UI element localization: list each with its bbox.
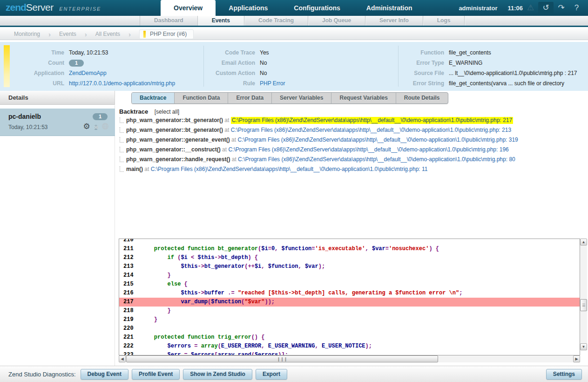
- subnav-events[interactable]: Events: [198, 16, 244, 26]
- sub-navigation-bar: DashboardEventsCode TracingJob QueueServ…: [0, 16, 588, 27]
- summary-value: No: [260, 70, 267, 76]
- logout-icon[interactable]: ↷: [554, 2, 569, 14]
- user-menu[interactable]: administrator: [459, 5, 497, 12]
- breadcrumb-monitoring[interactable]: Monitoring: [14, 31, 40, 37]
- backtrace-source-link[interactable]: C:\Program Files (x86)\Zend\ZendServer\d…: [237, 136, 518, 143]
- vertical-scrollbar[interactable]: ▲ ☰ ▼: [580, 239, 587, 350]
- breadcrumb-chevron-icon: ›: [48, 30, 51, 38]
- line-number: 210: [119, 239, 141, 245]
- event-list-item-selected[interactable]: pc-danielb 1 Today, 10:21:53 ⚙ ✉: [0, 109, 115, 136]
- select-all-link[interactable]: [select all]: [155, 109, 179, 115]
- scroll-right-arrow[interactable]: ▶: [573, 355, 580, 362]
- breadcrumb: Monitoring›Events›All Events›PHP Error (…: [0, 28, 588, 40]
- subnav-code-tracing[interactable]: Code Tracing: [244, 16, 308, 26]
- summary-row-count: Count1: [13, 58, 197, 68]
- code-line-215: 215 else {: [119, 280, 580, 289]
- backtrace-entry: php_warn_generator::bt_generator() at C:…: [119, 117, 580, 127]
- summary-value-link[interactable]: http://127.0.0.1/demo-application/mtrig.…: [69, 80, 175, 87]
- zend-server-window: zendServer ENTERPRISE OverviewApplicatio…: [0, 0, 588, 382]
- detail-tab-server-variables[interactable]: Server Variables: [272, 93, 331, 103]
- backtrace-function: php_warn_generator::bt_generator(): [126, 127, 223, 133]
- summary-row-time: TimeToday, 10:21:53: [13, 48, 197, 58]
- detail-tab-request-variables[interactable]: Request Variables: [331, 93, 396, 103]
- main-tabs: OverviewApplicationsConfigurationsAdmini…: [161, 0, 426, 16]
- scroll-left-arrow[interactable]: ◀: [119, 355, 126, 362]
- backtrace-source-link[interactable]: C:\Program Files (x86)\Zend\ZendServer\d…: [231, 127, 511, 133]
- backtrace-source-link[interactable]: C:\Program Files (x86)\Zend\ZendServer\d…: [238, 156, 515, 163]
- summary-row-url: URLhttp://127.0.0.1/demo-application/mtr…: [13, 78, 197, 89]
- line-number: 215: [119, 280, 141, 289]
- summary-row-function: Functionfile_get_contents: [401, 48, 585, 58]
- horizontal-scrollbar[interactable]: ◀ ❙❙❙ ▶: [119, 355, 580, 362]
- summary-value-link[interactable]: ZendDemoApp: [69, 70, 107, 76]
- detail-tab-error-data[interactable]: Error Data: [228, 93, 272, 103]
- warning-icon[interactable]: ⚠: [523, 2, 538, 14]
- help-icon[interactable]: ?: [569, 2, 584, 14]
- tab-administration[interactable]: Administration: [353, 0, 426, 16]
- subnav-job-queue[interactable]: Job Queue: [308, 16, 365, 26]
- summary-row-rule: RulePHP Error: [209, 78, 390, 89]
- summary-value-link[interactable]: PHP Error: [260, 80, 285, 87]
- settings-gear-icon[interactable]: ⚙: [82, 123, 91, 131]
- settings-button[interactable]: Settings: [546, 369, 582, 380]
- scroll-down-arrow[interactable]: ▼: [580, 343, 587, 350]
- horizontal-scroll-thumb[interactable]: ❙❙❙: [126, 355, 438, 362]
- backtrace-at: at: [230, 136, 238, 143]
- backtrace-entry: php_warn_generator::__construct() at C:\…: [119, 146, 580, 156]
- backtrace-function: php_warn_generator::generate_event(): [126, 136, 230, 143]
- subnav-items: DashboardEventsCode TracingJob QueueServ…: [140, 16, 465, 26]
- backtrace-entry: php_warn_generator::generate_event() at …: [119, 136, 580, 146]
- zend-server-logo[interactable]: zendServer ENTERPRISE: [6, 2, 101, 13]
- line-number: 222: [119, 342, 141, 351]
- tab-configurations[interactable]: Configurations: [281, 0, 353, 16]
- backtrace-function: php_warn_generator::__construct(): [126, 146, 221, 153]
- tree-connector-icon: [120, 117, 124, 123]
- backtrace-entry: php_warn_generator::bt_generator() at C:…: [119, 127, 580, 136]
- email-icon[interactable]: ✉: [92, 123, 100, 131]
- breadcrumb-chevron-icon: ›: [85, 30, 87, 38]
- summary-value: file_get_contents: [449, 49, 491, 56]
- tree-connector-icon: [120, 137, 124, 143]
- summary-value: E_WARNING: [449, 60, 482, 66]
- summary-label: Application: [13, 70, 64, 76]
- tab-overview[interactable]: Overview: [161, 0, 216, 16]
- source-code-viewer: 210211 protected function bt_generator($…: [119, 239, 580, 355]
- summary-row-source-file: Source File... lt__\0\demo-application\1…: [401, 68, 585, 78]
- summary-value: Today, 10:21:53: [69, 49, 108, 56]
- scroll-up-arrow[interactable]: ▲: [580, 239, 587, 246]
- backtrace-source-link[interactable]: C:\Program Files (x86)\Zend\ZendServer\d…: [151, 166, 428, 172]
- summary-row-error-type: Error TypeE_WARNING: [401, 58, 585, 68]
- subnav-logs[interactable]: Logs: [423, 16, 465, 26]
- detail-tab-backtrace[interactable]: Backtrace: [132, 93, 175, 103]
- backtrace-entry: php_warn_generator::handle_request() at …: [119, 156, 580, 166]
- severity-accent-bar: [4, 45, 10, 87]
- tab-applications[interactable]: Applications: [216, 0, 281, 16]
- vertical-scroll-thumb[interactable]: ☰: [580, 299, 587, 311]
- export-button[interactable]: Export: [256, 369, 287, 380]
- detail-tab-function-data[interactable]: Function Data: [175, 93, 228, 103]
- tree-connector-icon: [120, 127, 124, 133]
- code-line-216: 216 $this->buffer .= "reached [$this->bt…: [119, 289, 580, 298]
- subnav-server-info[interactable]: Server Info: [365, 16, 423, 26]
- subnav-dashboard[interactable]: Dashboard: [140, 16, 198, 26]
- refresh-icon[interactable]: ↺: [538, 2, 554, 14]
- backtrace-function: php_warn_generator::bt_generator(): [126, 117, 223, 123]
- backtrace-source-link[interactable]: C:\Program Files (x86)\Zend\ZendServer\d…: [231, 117, 513, 124]
- count-badge: 1: [69, 60, 84, 67]
- logo-server: Server: [26, 2, 54, 13]
- summary-label: Error Type: [401, 60, 444, 66]
- backtrace-source-link[interactable]: C:\Program Files (x86)\Zend\ZendServer\d…: [228, 146, 508, 153]
- breadcrumb-all-events[interactable]: All Events: [95, 31, 120, 37]
- show-in-zend-studio-button[interactable]: Show in Zend Studio: [183, 369, 252, 380]
- detail-tabbar: BacktraceFunction DataError DataServer V…: [131, 92, 448, 104]
- detail-tab-route-details[interactable]: Route Details: [396, 93, 448, 103]
- breadcrumb-events[interactable]: Events: [59, 31, 76, 37]
- debug-event-button[interactable]: Debug Event: [81, 369, 128, 380]
- tree-connector-icon: [120, 166, 124, 172]
- summary-label: URL: [13, 80, 64, 87]
- profile-event-button[interactable]: Profile Event: [132, 369, 180, 380]
- summary-row-code-trace: Code TraceYes: [209, 48, 390, 58]
- backtrace-at: at: [223, 117, 231, 123]
- globe-icon[interactable]: [101, 123, 109, 131]
- event-item-icons: ⚙ ✉: [82, 123, 109, 131]
